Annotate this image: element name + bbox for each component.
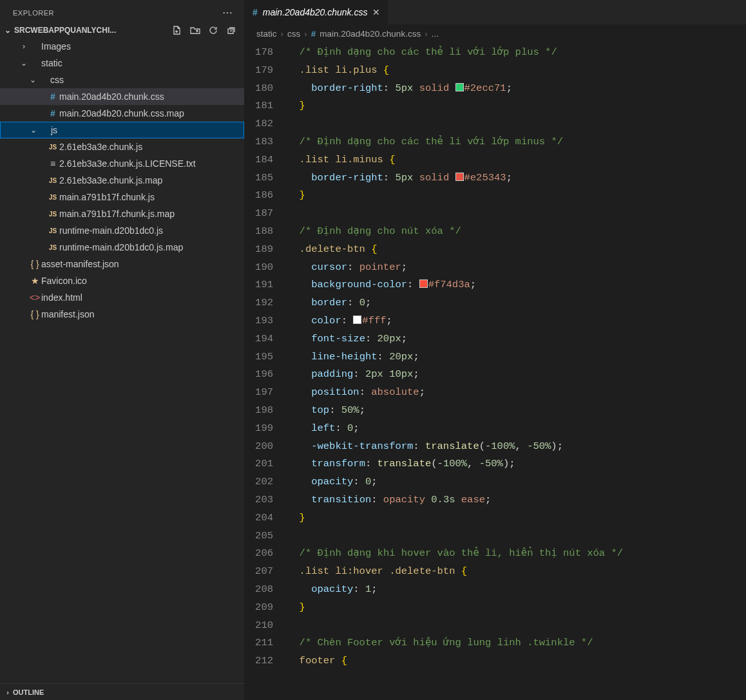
chevron-down-icon: ⌄ xyxy=(28,75,37,84)
outline-label: OUTLINE xyxy=(13,688,44,696)
tree-label: runtime-main.d20b1dc0.js xyxy=(59,225,163,236)
chevron-down-icon: ⌄ xyxy=(29,126,38,135)
tree-file[interactable]: { }manifest.json xyxy=(0,306,244,323)
json-icon: { } xyxy=(28,309,41,319)
breadcrumb-part[interactable]: ... xyxy=(432,29,439,39)
tree-label: Images xyxy=(41,41,71,52)
tree-file[interactable]: JSruntime-main.d20b1dc0.js xyxy=(0,222,244,239)
js-icon: JS xyxy=(46,144,59,151)
chevron-right-icon: › xyxy=(304,29,307,39)
chevron-down-icon: ⌄ xyxy=(19,59,28,68)
js-icon: JS xyxy=(46,227,59,234)
json-icon: { } xyxy=(28,259,41,269)
refresh-icon[interactable] xyxy=(208,25,218,35)
code-editor[interactable]: 1781791801811821831841851861871881891901… xyxy=(245,43,746,700)
tree-label: main.a791b17f.chunk.js xyxy=(59,192,155,202)
tree-label: runtime-main.d20b1dc0.js.map xyxy=(59,242,183,252)
js-icon: JS xyxy=(46,177,59,184)
hash-icon: # xyxy=(253,7,258,17)
outline-section[interactable]: › OUTLINE xyxy=(0,683,244,700)
project-header[interactable]: ⌄ SRCWEBAPPQUANLYCHI... xyxy=(0,24,244,37)
tree-label: main.20ad4b20.chunk.css.map xyxy=(59,108,184,118)
tree-label: 2.61eb3a3e.chunk.js xyxy=(59,142,142,152)
hash-icon: # xyxy=(46,108,59,118)
js-icon: JS xyxy=(46,244,59,251)
tree-file[interactable]: { }asset-manifest.json xyxy=(0,256,244,272)
tree-label: main.a791b17f.chunk.js.map xyxy=(59,209,175,219)
breadcrumb-part[interactable]: static xyxy=(256,29,277,39)
color-swatch xyxy=(353,316,361,324)
text-icon: ≡ xyxy=(46,158,59,169)
file-tree[interactable]: ›Images⌄static⌄css#main.20ad4b20.chunk.c… xyxy=(0,37,244,683)
project-actions xyxy=(172,25,240,35)
tree-folder[interactable]: ›Images xyxy=(0,38,244,55)
tab-active[interactable]: # main.20ad4b20.chunk.css ✕ xyxy=(245,0,388,24)
tree-label: asset-manifest.json xyxy=(41,259,119,269)
tree-file[interactable]: JS2.61eb3a3e.chunk.js.map xyxy=(0,172,244,189)
tree-folder[interactable]: ⌄js xyxy=(0,122,244,138)
project-name: SRCWEBAPPQUANLYCHI... xyxy=(14,26,171,35)
collapse-all-icon[interactable] xyxy=(226,25,236,35)
editor-area: # main.20ad4b20.chunk.css ✕ static›css›#… xyxy=(245,0,746,700)
line-gutter: 1781791801811821831841851861871881891901… xyxy=(245,44,287,700)
chevron-down-icon: ⌄ xyxy=(3,26,13,35)
tree-label: static xyxy=(41,58,62,68)
color-swatch xyxy=(419,279,428,288)
color-swatch xyxy=(455,173,464,181)
tree-label: css xyxy=(50,75,64,85)
tree-file[interactable]: <>index.html xyxy=(0,289,244,306)
breadcrumb[interactable]: static›css›#main.20ad4b20.chunk.css›... xyxy=(245,24,746,43)
html-icon: <> xyxy=(28,292,41,303)
chevron-right-icon: › xyxy=(19,42,28,51)
hash-icon: # xyxy=(46,91,59,102)
js-icon: JS xyxy=(46,194,59,201)
hash-icon: # xyxy=(311,29,316,39)
tree-label: manifest.json xyxy=(41,309,94,319)
tree-label: main.20ad4b20.chunk.css xyxy=(59,91,164,102)
tree-file[interactable]: #main.20ad4b20.chunk.css xyxy=(0,88,244,105)
tree-file[interactable]: ★Favicon.ico xyxy=(0,272,244,289)
tree-file[interactable]: ≡2.61eb3a3e.chunk.js.LICENSE.txt xyxy=(0,155,244,172)
breadcrumb-part[interactable]: main.20ad4b20.chunk.css xyxy=(320,29,421,39)
code-content[interactable]: /* Định dạng cho các thẻ li với lớp plus… xyxy=(287,44,746,700)
new-folder-icon[interactable] xyxy=(190,25,200,35)
tree-label: index.html xyxy=(41,292,82,303)
tree-file[interactable]: JSruntime-main.d20b1dc0.js.map xyxy=(0,239,244,256)
sidebar-more-icon[interactable]: ⋯ xyxy=(220,6,236,19)
close-icon[interactable]: ✕ xyxy=(372,7,380,17)
tab-bar: # main.20ad4b20.chunk.css ✕ xyxy=(245,0,746,24)
sidebar-header: EXPLORER ⋯ xyxy=(0,0,244,24)
explorer-sidebar: EXPLORER ⋯ ⌄ SRCWEBAPPQUANLYCHI... ›Imag… xyxy=(0,0,245,700)
color-swatch xyxy=(455,83,464,91)
tree-label: js xyxy=(51,125,57,135)
js-icon: JS xyxy=(46,211,59,218)
tree-label: 2.61eb3a3e.chunk.js.LICENSE.txt xyxy=(59,158,196,169)
tree-label: 2.61eb3a3e.chunk.js.map xyxy=(59,175,162,185)
tab-label: main.20ad4b20.chunk.css xyxy=(263,7,368,17)
star-icon: ★ xyxy=(28,276,41,286)
sidebar-title: EXPLORER xyxy=(13,9,54,17)
tree-folder[interactable]: ⌄static xyxy=(0,55,244,71)
tree-folder[interactable]: ⌄css xyxy=(0,71,244,88)
tree-file[interactable]: JSmain.a791b17f.chunk.js xyxy=(0,189,244,205)
tree-file[interactable]: JS2.61eb3a3e.chunk.js xyxy=(0,138,244,155)
tree-label: Favicon.ico xyxy=(41,276,87,286)
chevron-right-icon: › xyxy=(425,29,428,39)
tree-file[interactable]: #main.20ad4b20.chunk.css.map xyxy=(0,105,244,122)
chevron-right-icon: › xyxy=(3,688,13,696)
chevron-right-icon: › xyxy=(281,29,284,39)
tree-file[interactable]: JSmain.a791b17f.chunk.js.map xyxy=(0,205,244,222)
new-file-icon[interactable] xyxy=(172,25,182,35)
breadcrumb-part[interactable]: css xyxy=(287,29,300,39)
